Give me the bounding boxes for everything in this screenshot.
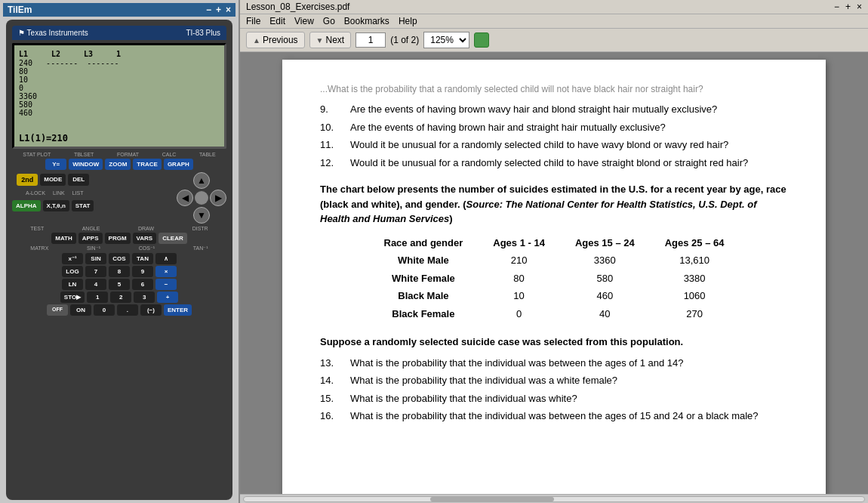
pdf-maximize[interactable]: +: [845, 2, 851, 12]
black-male-1-14: 10: [478, 287, 560, 305]
q10-text: Are the events of having brown hair and …: [350, 120, 788, 135]
pdf-page: ...What is the probability that a random…: [282, 60, 826, 494]
y-equals-btn[interactable]: Y=: [45, 159, 66, 170]
table-row: Black Female 0 40 270: [369, 305, 740, 323]
plus-btn[interactable]: +: [157, 292, 178, 303]
nav-down-btn[interactable]: ▼: [193, 207, 210, 224]
prgm-btn[interactable]: PRGM: [105, 233, 131, 244]
nav-center: [195, 191, 208, 205]
brand-logo: ⚑ Texas Instruments: [18, 29, 88, 37]
btn-8[interactable]: 8: [109, 266, 130, 277]
function-btn-row: Y= WINDOW ZOOM TRACE GRAPH: [12, 159, 226, 170]
calc-brand: ⚑ Texas Instruments TI-83 Plus: [12, 26, 226, 40]
trig-btn-row: x⁻¹ SIN COS TAN ∧: [12, 253, 226, 264]
log-btn[interactable]: LOG: [62, 266, 83, 277]
horizontal-scrollbar[interactable]: [240, 494, 868, 503]
menu-help[interactable]: Help: [399, 16, 417, 26]
math-btn[interactable]: MATH: [51, 233, 76, 244]
btn-1[interactable]: 1: [87, 292, 108, 303]
pdf-close[interactable]: ×: [857, 2, 862, 12]
window-controls[interactable]: − + ×: [206, 5, 231, 15]
question-10: 10. Are the events of having brown hair …: [320, 120, 788, 135]
stat-btn[interactable]: STAT: [72, 200, 94, 211]
multiply-btn[interactable]: ×: [155, 266, 177, 277]
btn-5[interactable]: 5: [109, 279, 130, 290]
next-button[interactable]: ▼ Next: [309, 32, 352, 48]
x-inv-btn[interactable]: x⁻¹: [62, 253, 83, 264]
btn-9[interactable]: 9: [132, 266, 153, 277]
caret-btn[interactable]: ∧: [155, 253, 177, 264]
on-btn[interactable]: ON: [70, 304, 91, 316]
btn-3[interactable]: 3: [134, 292, 155, 303]
second-btn[interactable]: 2nd: [17, 174, 38, 186]
black-female-label: Black Female: [369, 305, 479, 323]
zoom-btn[interactable]: ZOOM: [105, 159, 131, 170]
neg-btn[interactable]: (−): [140, 304, 162, 316]
ln-btn[interactable]: LN: [62, 279, 83, 290]
question-11: 11. Would it be unusual for a randomly s…: [320, 137, 788, 153]
maximize-btn[interactable]: +: [216, 5, 221, 15]
btn-2[interactable]: 2: [110, 292, 131, 303]
btn-4[interactable]: 4: [85, 279, 106, 290]
question-15: 15. What is the probability that the ind…: [320, 391, 788, 406]
scroll-track[interactable]: [243, 496, 865, 502]
q13-text: What is the probability that the individ…: [350, 356, 788, 371]
cos-inv-label: COS⁻¹: [139, 245, 155, 252]
clear-btn[interactable]: CLEAR: [159, 233, 187, 244]
q15-text: What is the probability that the individ…: [350, 391, 788, 406]
table-row: Black Male 10 460 1060: [369, 287, 740, 305]
vars-btn[interactable]: VARS: [133, 233, 157, 244]
graph-btn[interactable]: GRAPH: [164, 159, 193, 170]
btn-7[interactable]: 7: [85, 266, 106, 277]
scroll-thumb[interactable]: [430, 497, 554, 501]
nav-cluster: ▲ ◀ ▶ ▼: [177, 172, 226, 224]
close-btn[interactable]: ×: [226, 5, 231, 15]
question-14: 14. What is the probability that the ind…: [320, 373, 788, 388]
apps-btn[interactable]: APPS: [78, 233, 103, 244]
white-male-25-64: 13,610: [650, 252, 740, 270]
tan-btn[interactable]: TAN: [132, 253, 153, 264]
btn-6[interactable]: 6: [132, 279, 153, 290]
del-btn[interactable]: DEL: [68, 174, 89, 186]
menu-file[interactable]: File: [246, 16, 260, 26]
minimize-btn[interactable]: −: [206, 5, 211, 15]
menu-bookmarks[interactable]: Bookmarks: [344, 16, 389, 26]
pdf-menubar: File Edit View Go Bookmarks Help: [240, 14, 868, 29]
data-table: Race and gender Ages 1 - 14 Ages 15 – 24…: [369, 234, 740, 323]
page-number-input[interactable]: [356, 32, 386, 48]
previous-button[interactable]: ▲ Previous: [246, 32, 305, 48]
pdf-window-controls[interactable]: − + ×: [834, 2, 862, 12]
nav-right-btn[interactable]: ▶: [210, 190, 226, 206]
sin-btn[interactable]: SIN: [85, 253, 106, 264]
menu-view[interactable]: View: [294, 16, 314, 26]
calc-screen: L1 L2 L3 1 240 ------- ------- 80 10 0 3…: [12, 43, 226, 149]
alock-label: A-LOCK: [26, 190, 45, 196]
cos-btn[interactable]: COS: [109, 253, 130, 264]
enter-btn[interactable]: ENTER: [164, 304, 192, 316]
btn-0[interactable]: 0: [94, 304, 115, 316]
white-male-label: White Male: [369, 252, 479, 270]
screen-header-row: L1 L2 L3 1: [19, 50, 220, 58]
trace-btn[interactable]: TRACE: [133, 159, 162, 170]
zoom-select[interactable]: 125% 100% 75% 150%: [423, 32, 469, 48]
nav-up-btn[interactable]: ▲: [193, 172, 210, 189]
col-1: 1: [116, 50, 143, 58]
nav-left-btn[interactable]: ◀: [177, 190, 193, 206]
sto-btn[interactable]: STO▶: [60, 292, 85, 303]
menu-edit[interactable]: Edit: [269, 16, 285, 26]
zoom-green-btn[interactable]: [474, 32, 489, 48]
suppose-section: Suppose a randomly selected suicide case…: [320, 335, 788, 424]
tilem-titlebar: TilEm − + ×: [3, 3, 235, 17]
minus-btn[interactable]: −: [155, 279, 177, 290]
calc-model: TI-83 Plus: [186, 29, 220, 37]
question-12: 12. Would it be unusual for a randomly s…: [320, 156, 788, 171]
pdf-minimize[interactable]: −: [834, 2, 839, 12]
xtn-btn[interactable]: X,T,θ,n: [43, 200, 69, 211]
mode-btn[interactable]: MODE: [40, 174, 66, 186]
decimal-btn[interactable]: .: [117, 304, 138, 316]
window-btn[interactable]: WINDOW: [69, 159, 103, 170]
alpha-btn[interactable]: ALPHA: [12, 200, 41, 211]
off-btn[interactable]: OFF: [47, 304, 68, 316]
q15-num: 15.: [320, 391, 350, 406]
menu-go[interactable]: Go: [323, 16, 335, 26]
